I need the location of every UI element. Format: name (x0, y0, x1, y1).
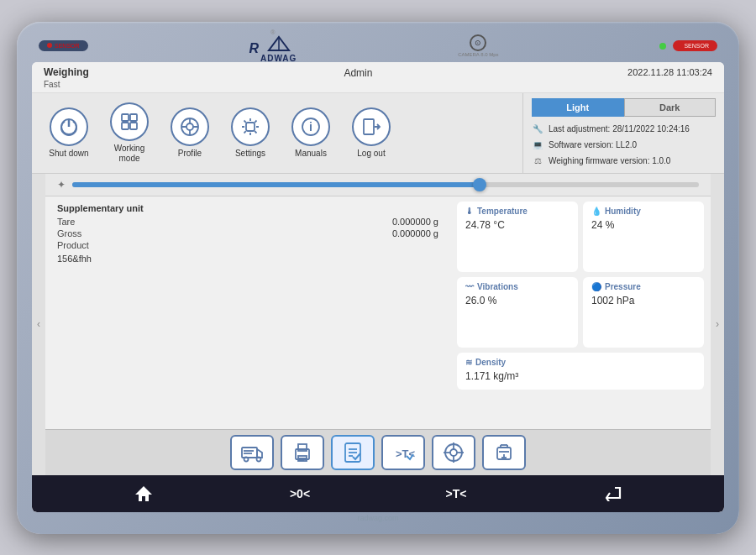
last-adjustment-text: Last adjustment: 28/11/2022 10:24:16 (549, 124, 690, 134)
svg-text:>T<: >T< (396, 448, 415, 460)
submode-label: Fast (44, 79, 89, 91)
data-section: Supplementary unit Tare 0.000000 g Gross… (45, 196, 711, 428)
humidity-card: 💧 Humidity 24 % (583, 202, 704, 272)
nav-enter-btn[interactable] (587, 479, 638, 509)
screen-content: ‹ ✦ Supplementary unit (32, 174, 724, 474)
svg-point-31 (244, 457, 249, 461)
left-sensor-label: SENSOR (55, 43, 80, 49)
svg-rect-8 (130, 123, 137, 129)
logout-label: Log out (357, 149, 385, 159)
humidity-title: 💧 Humidity (591, 207, 696, 216)
gross-label: Gross (57, 228, 81, 238)
vibrations-icon: 〰 (465, 282, 474, 291)
svg-rect-6 (130, 114, 137, 121)
settings-label: Settings (235, 149, 265, 159)
menu-item-logout[interactable]: Log out (343, 107, 400, 159)
toolbar-btn-truck[interactable] (230, 435, 274, 470)
screen-header: Weighing Fast Admin 2022.11.28 11:03:24 (32, 62, 724, 94)
gross-row: Gross 0.000000 g (57, 228, 438, 238)
info-panel: Light Dark 🔧 Last adjustment: 28/11/2022… (522, 93, 724, 173)
toolbar-btn-gauge[interactable] (482, 435, 526, 470)
left-sensor-dot (47, 43, 52, 48)
mode-section: Weighing Fast (44, 65, 89, 92)
profile-label: Profile (178, 149, 202, 159)
svg-rect-29 (242, 448, 257, 458)
camera-icon: ⊙ (470, 34, 486, 51)
temperature-card: 🌡 Temperature 24.78 °C (457, 202, 578, 272)
radwag-url: radwag.com (357, 514, 398, 522)
menu-item-manuals[interactable]: i Manuals (282, 107, 339, 159)
software-version-text: Software version: LL2.0 (549, 140, 637, 149)
firmware-icon: ⚖ (532, 154, 543, 166)
menu-item-shutdown[interactable]: Shut down (40, 107, 97, 159)
right-arrow-btn[interactable]: › (711, 174, 724, 474)
nav-home-btn[interactable] (118, 479, 169, 509)
menu-item-settings[interactable]: Settings (222, 107, 279, 159)
dark-btn[interactable]: Dark (624, 98, 717, 117)
bottom-nav: >0< >T< (32, 475, 724, 512)
nav-tare-btn[interactable]: >T< (431, 479, 481, 509)
shutdown-label: Shut down (49, 149, 88, 159)
menu-item-working-mode[interactable]: Workingmode (101, 102, 158, 164)
settings-icon-wrap (231, 107, 270, 146)
thermometer-icon: 🌡 (465, 207, 474, 216)
theme-toggle: Light Dark (532, 98, 716, 117)
svg-line-24 (244, 131, 246, 133)
left-sensor-pill: SENSOR (39, 40, 88, 51)
toolbar-btn-crosshair[interactable] (432, 435, 475, 470)
vibrations-card: 〰 Vibrations 26.0 % (457, 277, 578, 348)
mode-label: Weighing (44, 65, 89, 80)
menu-bar: Shut down Workingmode (32, 93, 522, 173)
density-card: ≋ Density 1.171 kg/m³ (457, 353, 704, 390)
left-arrow-btn[interactable]: ‹ (32, 174, 45, 474)
sensor-cards: 🌡 Temperature 24.78 °C 💧 Humidity 24 % (450, 196, 711, 428)
product-value: 156&fhh (57, 254, 438, 264)
shutdown-icon-wrap (50, 107, 88, 146)
software-version-row: 💻 Software version: LL2.0 (532, 139, 716, 150)
pressure-icon: 🔵 (591, 282, 601, 291)
supplementary-label: Supplementary unit (57, 203, 144, 213)
left-sensor: SENSOR (39, 40, 88, 52)
tare-label: >T< (446, 487, 467, 500)
supplementary-unit-row: Supplementary unit (57, 203, 438, 213)
main-content: ✦ Supplementary unit Tare (45, 174, 711, 474)
brightness-control: ✦ (45, 174, 711, 196)
right-sensor-label: SENSOR (684, 43, 709, 49)
nav-zero-btn[interactable]: >0< (275, 479, 325, 509)
vibrations-title: 〰 Vibrations (465, 282, 570, 291)
right-sensor-pill: SENSOR (673, 40, 717, 51)
weight-data: Supplementary unit Tare 0.000000 g Gross… (45, 196, 450, 428)
slider-fill (72, 182, 480, 187)
temperature-value: 24.78 °C (465, 219, 570, 231)
menu-item-profile[interactable]: Profile (161, 107, 218, 159)
device-bottom: radwag.com (32, 512, 724, 524)
slider-thumb[interactable] (473, 178, 486, 191)
svg-marker-58 (135, 486, 152, 501)
pressure-title: 🔵 Pressure (591, 282, 696, 291)
humidity-icon: 💧 (591, 207, 601, 216)
zero-label: >0< (290, 487, 310, 500)
svg-rect-7 (122, 123, 129, 129)
brightness-slider[interactable] (72, 182, 699, 187)
toolbar-btn-print[interactable] (281, 435, 324, 470)
density-value: 1.171 kg/m³ (465, 370, 696, 382)
screen: Weighing Fast Admin 2022.11.28 11:03:24 (32, 62, 724, 512)
svg-point-32 (257, 457, 261, 461)
gross-value: 0.000000 g (392, 228, 438, 238)
humidity-value: 24 % (591, 219, 696, 231)
pressure-card: 🔵 Pressure 1002 hPa (583, 277, 704, 348)
logo-r: R (249, 41, 259, 56)
light-btn[interactable]: Light (532, 98, 624, 117)
pressure-value: 1002 hPa (591, 295, 696, 306)
bottom-toolbar: >T< (45, 429, 711, 475)
toolbar-btn-checklist[interactable] (331, 435, 375, 470)
product-row: Product (57, 240, 438, 250)
working-mode-icon-wrap (110, 102, 149, 141)
svg-rect-5 (122, 114, 129, 121)
svg-rect-16 (246, 123, 255, 131)
toolbar-btn-tare-mark[interactable]: >T< (381, 435, 425, 470)
svg-text:i: i (309, 120, 312, 134)
tare-row: Tare 0.000000 g (57, 217, 438, 227)
logo-main: R ADWAG (249, 35, 297, 63)
green-indicator (659, 43, 666, 50)
